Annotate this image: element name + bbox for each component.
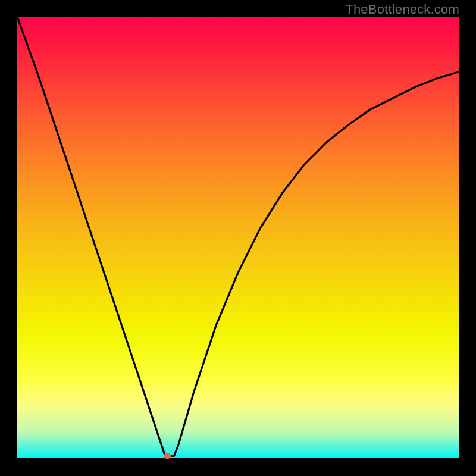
watermark-text: TheBottleneck.com bbox=[345, 2, 459, 17]
bottleneck-curve bbox=[17, 17, 459, 456]
plot-area bbox=[17, 17, 459, 458]
optimum-marker bbox=[164, 453, 171, 459]
curve-layer bbox=[17, 17, 459, 458]
chart-canvas: TheBottleneck.com bbox=[0, 0, 476, 476]
